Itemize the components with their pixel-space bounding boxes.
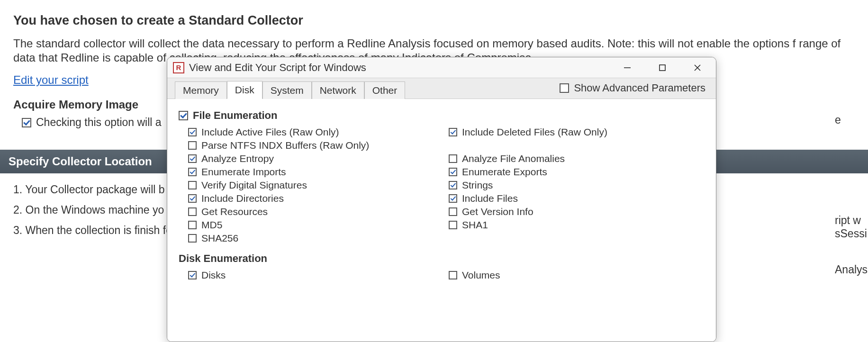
option-volumes[interactable]: Volumes — [449, 270, 705, 281]
option-label: Volumes — [462, 270, 500, 281]
option-label: SHA1 — [462, 219, 488, 231]
option-disks[interactable]: Disks — [188, 270, 444, 281]
file-enumeration-options: Include Active Files (Raw Only)Include D… — [188, 126, 705, 244]
show-advanced-parameters[interactable]: Show Advanced Parameters — [560, 82, 705, 94]
option-checkbox[interactable] — [449, 221, 457, 229]
option-checkbox[interactable] — [449, 154, 457, 163]
option-label: Analyze File Anomalies — [462, 153, 565, 164]
option-sha256[interactable]: SHA256 — [188, 233, 444, 244]
tab-other[interactable]: Other — [364, 81, 406, 99]
option-label: Analyze Entropy — [201, 153, 274, 164]
option-label: Get Version Info — [462, 206, 533, 217]
dialog-title: View and Edit Your Script for Windows — [189, 62, 616, 74]
option-analyze-file-anomalies[interactable]: Analyze File Anomalies — [449, 153, 705, 164]
option-label: Include Deleted Files (Raw Only) — [462, 126, 607, 138]
option-sha1[interactable]: SHA1 — [449, 219, 705, 231]
tab-memory[interactable]: Memory — [175, 81, 227, 99]
option-label: MD5 — [201, 219, 222, 231]
acquire-memory-checkbox[interactable] — [22, 118, 31, 127]
option-checkbox[interactable] — [188, 194, 197, 203]
option-checkbox[interactable] — [188, 271, 197, 279]
bg-text-fragment: sSessi — [835, 227, 868, 240]
dialog-body: File Enumeration Include Active Files (R… — [167, 99, 716, 342]
page-title: You have chosen to create a Standard Col… — [13, 13, 855, 28]
collector-location-title: Specify Collector Location — [9, 155, 152, 168]
option-include-active-files-raw-only[interactable]: Include Active Files (Raw Only) — [188, 126, 444, 138]
option-label: Verify Digital Signatures — [201, 180, 307, 191]
bg-text-fragment: e — [835, 114, 868, 126]
disk-enumeration-title: Disk Enumeration — [179, 252, 267, 265]
option-checkbox[interactable] — [449, 271, 457, 279]
option-checkbox[interactable] — [188, 207, 197, 216]
option-strings[interactable]: Strings — [449, 180, 705, 191]
option-checkbox[interactable] — [449, 181, 457, 189]
option-parse-ntfs-indx-buffers-raw-only[interactable]: Parse NTFS INDX Buffers (Raw Only) — [188, 140, 444, 151]
option-checkbox[interactable] — [188, 128, 197, 136]
window-controls — [616, 60, 708, 75]
option-label: Include Directories — [201, 193, 284, 204]
tab-network[interactable]: Network — [312, 81, 364, 99]
option-checkbox[interactable] — [188, 181, 197, 189]
option-checkbox[interactable] — [188, 154, 197, 163]
option-label: Enumerate Imports — [201, 166, 286, 178]
show-advanced-label: Show Advanced Parameters — [574, 82, 705, 94]
file-enumeration-title: File Enumeration — [193, 109, 277, 122]
bg-text-fragment: Analys — [835, 263, 868, 276]
option-include-files[interactable]: Include Files — [449, 193, 705, 204]
option-checkbox[interactable] — [449, 207, 457, 216]
option-verify-digital-signatures[interactable]: Verify Digital Signatures — [188, 180, 444, 191]
option-checkbox[interactable] — [449, 128, 457, 136]
option-label: Disks — [201, 270, 226, 281]
svg-rect-1 — [660, 65, 665, 71]
redline-app-icon: R — [173, 62, 184, 73]
option-label: SHA256 — [201, 233, 238, 244]
option-checkbox[interactable] — [449, 168, 457, 176]
show-advanced-checkbox[interactable] — [560, 83, 569, 93]
option-label: Get Resources — [201, 206, 268, 217]
option-checkbox[interactable] — [188, 221, 197, 229]
option-checkbox[interactable] — [449, 194, 457, 203]
option-analyze-entropy[interactable]: Analyze Entropy — [188, 153, 444, 164]
script-editor-dialog: R View and Edit Your Script for Windows … — [167, 57, 716, 342]
option-md5[interactable]: MD5 — [188, 219, 444, 231]
acquire-memory-label: Checking this option will a — [36, 116, 162, 129]
option-label: Include Active Files (Raw Only) — [201, 126, 339, 138]
option-include-directories[interactable]: Include Directories — [188, 193, 444, 204]
tabs: Memory Disk System Network Other — [175, 81, 405, 99]
option-label: Enumerate Exports — [462, 166, 547, 178]
file-enumeration-checkbox[interactable] — [179, 111, 188, 120]
disk-enumeration-header: Disk Enumeration — [179, 252, 705, 265]
option-label: Parse NTFS INDX Buffers (Raw Only) — [201, 140, 369, 151]
tab-disk[interactable]: Disk — [227, 81, 262, 99]
file-enumeration-header[interactable]: File Enumeration — [179, 109, 705, 122]
dialog-titlebar[interactable]: R View and Edit Your Script for Windows — [167, 57, 716, 78]
option-enumerate-exports[interactable]: Enumerate Exports — [449, 166, 705, 178]
option-checkbox[interactable] — [188, 168, 197, 176]
edit-script-link[interactable]: Edit your script — [13, 73, 89, 87]
option-get-resources[interactable]: Get Resources — [188, 206, 444, 217]
close-button[interactable] — [687, 60, 708, 75]
disk-enumeration-options: DisksVolumes — [188, 270, 705, 281]
option-enumerate-imports[interactable]: Enumerate Imports — [188, 166, 444, 178]
tab-system[interactable]: System — [262, 81, 312, 99]
option-checkbox[interactable] — [188, 141, 197, 150]
option-label: Include Files — [462, 193, 518, 204]
option-include-deleted-files-raw-only[interactable]: Include Deleted Files (Raw Only) — [449, 126, 705, 138]
bg-text-fragment: ript w — [835, 214, 868, 227]
dialog-tab-row: Memory Disk System Network Other Show Ad… — [167, 78, 716, 99]
minimize-button[interactable] — [616, 60, 638, 75]
option-get-version-info[interactable]: Get Version Info — [449, 206, 705, 217]
option-label: Strings — [462, 180, 493, 191]
option-checkbox[interactable] — [188, 234, 197, 243]
maximize-button[interactable] — [651, 60, 673, 75]
